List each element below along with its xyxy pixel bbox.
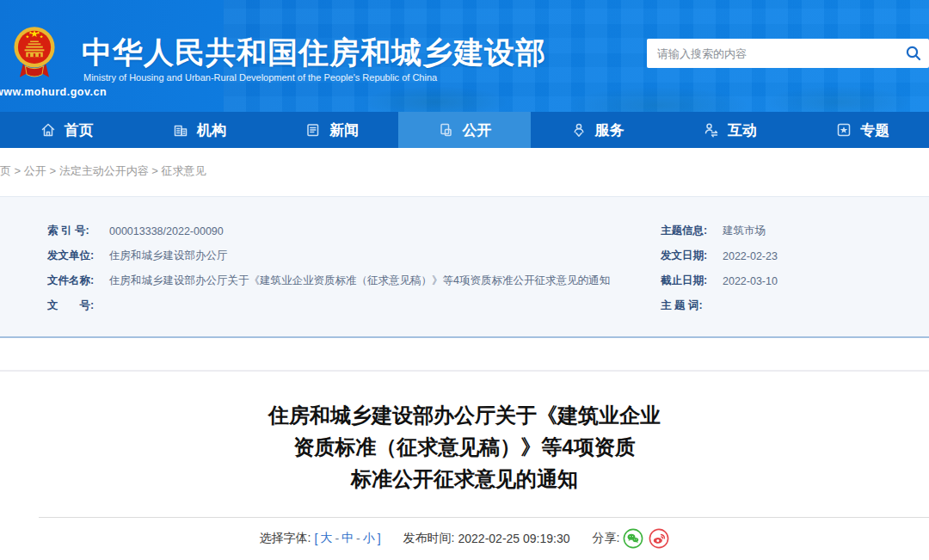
nav-item-disclosure[interactable]: 公开	[398, 112, 531, 148]
search-icon	[905, 45, 922, 62]
font-size-label: 选择字体:	[260, 531, 311, 546]
search-box	[647, 39, 929, 68]
article-toolbar: 选择字体: [ 大 - 中 - 小 ] 发布时间: 2022-02-25 09:…	[0, 528, 929, 549]
trees-background-image	[327, 79, 929, 112]
font-size-links: [ 大 - 中 - 小 ]	[314, 531, 380, 546]
meta-label: 文 号:	[47, 298, 104, 313]
nav-item-topics[interactable]: 专题	[797, 112, 929, 148]
search-input[interactable]	[647, 39, 898, 68]
org-building-icon	[172, 121, 189, 138]
nav-label: 新闻	[329, 120, 359, 140]
article-title-line: 资质标准（征求意见稿）》等4项资质	[0, 431, 929, 463]
bracket: ]	[378, 532, 381, 545]
share-label: 分享:	[593, 531, 620, 546]
meta-row-deadline-date: 截止日期: 2022-03-10	[661, 268, 919, 293]
font-size-large-link[interactable]: 大	[320, 531, 332, 546]
meta-label: 发文单位:	[47, 249, 104, 263]
service-person-icon	[570, 121, 588, 138]
share-group: 分享:	[593, 528, 670, 549]
article-title-line: 住房和城乡建设部办公厅关于《建筑业企业	[0, 399, 929, 431]
nav-label: 首页	[65, 120, 94, 140]
disclosure-docs-icon	[437, 121, 454, 138]
meta-value: 000013338/2022-00090	[109, 225, 224, 237]
site-subtitle-en: Ministry of Housing and Urban-Rural Deve…	[83, 72, 437, 83]
weibo-share-icon[interactable]	[649, 528, 669, 549]
nav-item-organization[interactable]: 机构	[132, 112, 265, 148]
metadata-left-column: 索 引 号: 000013338/2022-00090 发文单位: 住房和城乡建…	[47, 218, 615, 318]
nav-label: 专题	[860, 120, 889, 140]
bracket: [	[314, 532, 317, 545]
meta-label: 主 题 词:	[661, 298, 717, 313]
meta-label: 截止日期:	[661, 274, 717, 288]
breadcrumb[interactable]: 首页 > 公开 > 法定主动公开内容 > 征求意见	[0, 163, 206, 179]
share-icons	[623, 528, 669, 549]
meta-label: 索 引 号:	[47, 224, 104, 238]
toolbar-divider	[39, 517, 929, 518]
topics-star-icon	[835, 121, 852, 138]
national-emblem	[12, 24, 57, 84]
meta-value: 2022-02-23	[723, 250, 778, 262]
nav-item-interaction[interactable]: 互动	[663, 112, 796, 148]
document-metadata-panel: 索 引 号: 000013338/2022-00090 发文单位: 住房和城乡建…	[0, 196, 929, 338]
nav-item-news[interactable]: 新闻	[266, 112, 398, 148]
news-icon	[305, 121, 322, 138]
publish-time-label: 发布时间:	[403, 531, 455, 546]
meta-value: 住房和城乡建设部办公厅	[109, 249, 228, 263]
metadata-right-column: 主题信息: 建筑市场 发文日期: 2022-02-23 截止日期: 2022-0…	[661, 218, 919, 318]
publish-time-group: 发布时间: 2022-02-25 09:19:30	[403, 531, 570, 546]
meta-value: 住房和城乡建设部办公厅关于《建筑业企业资质标准（征求意见稿）》等4项资质标准公开…	[109, 274, 610, 288]
meta-row-issue-date: 发文日期: 2022-02-23	[661, 243, 919, 268]
separator: -	[356, 532, 360, 545]
nav-item-services[interactable]: 服务	[531, 112, 663, 148]
nav-label: 服务	[595, 120, 624, 140]
separator: -	[335, 532, 339, 545]
nav-label: 公开	[462, 120, 491, 140]
meta-row-document-number: 文 号:	[47, 293, 615, 318]
search-button[interactable]	[898, 39, 929, 68]
meta-row-issuing-unit: 发文单位: 住房和城乡建设部办公厅	[47, 243, 615, 268]
nav-item-home[interactable]: 首页	[0, 112, 132, 148]
meta-row-index-number: 索 引 号: 000013338/2022-00090	[47, 218, 615, 243]
font-size-selector: 选择字体: [ 大 - 中 - 小 ]	[260, 531, 381, 546]
meta-row-topic-info: 主题信息: 建筑市场	[661, 218, 919, 243]
site-header: 中华人民共和国住房和城乡建设部 Ministry of Housing and …	[0, 0, 929, 112]
meta-label: 主题信息:	[661, 224, 717, 238]
site-title: 中华人民共和国住房和城乡建设部	[82, 33, 546, 73]
nav-label: 互动	[728, 120, 757, 140]
page: 中华人民共和国住房和城乡建设部 Ministry of Housing and …	[0, 0, 929, 560]
article-title: 住房和城乡建设部办公厅关于《建筑业企业 资质标准（征求意见稿）》等4项资质 标准…	[0, 399, 929, 495]
meta-value: 2022-03-10	[723, 275, 778, 287]
section-divider	[0, 370, 929, 372]
meta-label: 发文日期:	[661, 249, 717, 263]
meta-row-document-name: 文件名称: 住房和城乡建设部办公厅关于《建筑业企业资质标准（征求意见稿）》等4项…	[47, 268, 615, 293]
font-size-small-link[interactable]: 小	[363, 531, 375, 546]
interaction-arrows-icon	[703, 121, 720, 138]
home-icon	[40, 121, 57, 138]
main-nav: 首页 机构 新闻 公开 服务	[0, 112, 929, 148]
font-size-medium-link[interactable]: 中	[341, 531, 354, 546]
meta-value: 建筑市场	[723, 224, 766, 238]
meta-row-keywords: 主 题 词:	[661, 293, 919, 318]
meta-label: 文件名称:	[47, 274, 104, 288]
nav-label: 机构	[197, 120, 226, 140]
wechat-share-icon[interactable]	[623, 528, 643, 549]
article-title-line: 标准公开征求意见的通知	[0, 463, 929, 495]
site-url: www.mohurd.gov.cn	[0, 86, 107, 98]
publish-time-value: 2022-02-25 09:19:30	[458, 532, 570, 545]
